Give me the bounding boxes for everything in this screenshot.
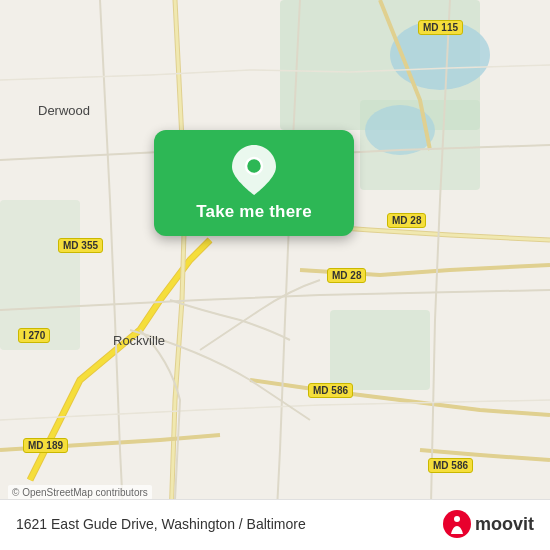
moovit-text: moovit [475, 514, 534, 535]
road-label-md586-1: MD 586 [308, 383, 353, 398]
road-label-md28-1: MD 28 [387, 213, 426, 228]
moovit-icon [443, 510, 471, 538]
address-label: 1621 East Gude Drive, Washington / Balti… [16, 516, 306, 532]
place-label-derwood: Derwood [38, 103, 90, 118]
svg-point-7 [454, 516, 460, 522]
place-label-rockville: Rockville [113, 333, 165, 348]
take-me-there-card[interactable]: Take me there [154, 130, 354, 236]
road-label-md189: MD 189 [23, 438, 68, 453]
road-label-md28-2: MD 28 [327, 268, 366, 283]
svg-point-6 [246, 158, 262, 174]
road-label-i270: I 270 [18, 328, 50, 343]
location-pin-icon [232, 145, 276, 195]
copyright-text: © OpenStreetMap contributors [8, 485, 152, 500]
moovit-logo[interactable]: moovit [443, 510, 534, 538]
location-icon-wrapper [230, 146, 278, 194]
bottom-bar: 1621 East Gude Drive, Washington / Balti… [0, 499, 550, 550]
road-label-md586-2: MD 586 [428, 458, 473, 473]
road-label-md115: MD 115 [418, 20, 463, 35]
map-container: MD 115 MD 355 MD 28 MD 28 I 270 MD 586 M… [0, 0, 550, 550]
road-label-md355: MD 355 [58, 238, 103, 253]
svg-rect-5 [330, 310, 430, 390]
take-me-there-button[interactable]: Take me there [196, 202, 312, 222]
